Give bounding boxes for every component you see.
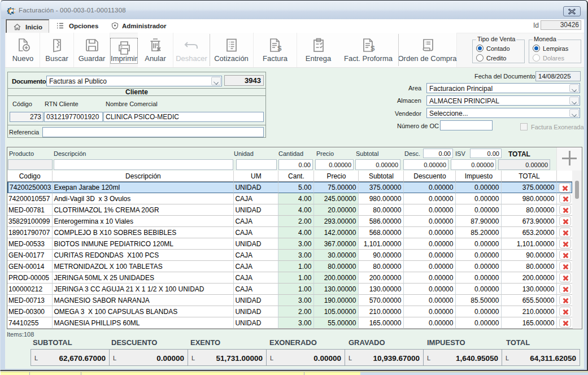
svg-text:$: $: [371, 44, 375, 53]
svg-text:$: $: [277, 44, 282, 53]
